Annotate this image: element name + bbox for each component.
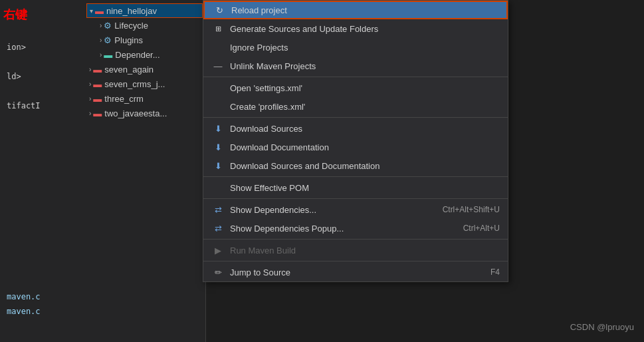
maven-icon: ▬: [93, 79, 102, 89]
gear-icon: ⚙: [104, 21, 112, 31]
code-line-2: [7, 55, 80, 69]
tree-item-label: Depender...: [115, 50, 160, 60]
tree-item-plugins[interactable]: › ⚙ Plugins: [86, 33, 203, 47]
menu-label-download-sources: Download Sources: [230, 124, 500, 134]
menu-item-show-deps[interactable]: ⇄ Show Dependencies... Ctrl+Alt+Shift+U: [203, 200, 508, 219]
tree-arrow: ›: [100, 22, 102, 29]
download-icon: ⬇: [211, 124, 225, 134]
separator-2: [203, 117, 508, 118]
separator-5: [203, 239, 508, 240]
tree-arrow: ›: [100, 37, 102, 44]
run-icon: ▶: [211, 246, 225, 256]
menu-item-reload[interactable]: ↻ Reload project: [203, 1, 508, 19]
menu-label-open-settings: Open 'settings.xml': [230, 83, 500, 93]
gear-icon: ⚙: [104, 35, 112, 45]
menu-label-generate: Generate Sources and Update Folders: [230, 24, 500, 34]
menu-item-download-both[interactable]: ⬇ Download Sources and Documentation: [203, 156, 508, 175]
shortcut-show-deps: Ctrl+Alt+Shift+U: [443, 205, 500, 214]
code-editor-left: ion> ld> tifactI: [0, 37, 86, 116]
code-editor-bottom: maven.c maven.c: [0, 286, 133, 322]
bottom-code-line-1: maven.c: [7, 289, 126, 304]
menu-item-show-deps-popup[interactable]: ⇄ Show Dependencies Popup... Ctrl+Alt+U: [203, 219, 508, 238]
maven-icon: ▬: [93, 108, 102, 118]
maven-icon: ▬: [93, 65, 102, 75]
menu-item-download-sources[interactable]: ⬇ Download Sources: [203, 119, 508, 138]
deps-icon: ⇄: [211, 205, 225, 215]
shortcut-show-deps-popup: Ctrl+Alt+U: [463, 224, 500, 233]
menu-item-ignore[interactable]: Ignore Projects: [203, 38, 508, 57]
watermark: CSDN @lpruoyu: [570, 322, 634, 332]
jump-icon: ✏: [211, 267, 225, 277]
code-line-3: ld>: [7, 69, 80, 84]
tree-item-seven-again[interactable]: › ▬ seven_again: [86, 62, 203, 77]
menu-label-download-both: Download Sources and Documentation: [230, 161, 500, 171]
bottom-code-line-2: maven.c: [7, 304, 126, 319]
code-line-4: [7, 84, 80, 98]
download-both-icon: ⬇: [211, 161, 225, 171]
reload-icon: ↻: [213, 5, 226, 15]
tree-item-label: seven_again: [104, 65, 154, 75]
menu-item-create-profiles[interactable]: Create 'profiles.xml': [203, 97, 508, 116]
menu-label-ignore: Ignore Projects: [230, 43, 500, 53]
separator-1: [203, 77, 508, 77]
tree-arrow: ›: [100, 51, 102, 59]
tree-item-label: three_crm: [104, 94, 144, 104]
maven-icon: ▬: [93, 94, 102, 104]
tree-item-label: Plugins: [114, 35, 143, 45]
rightclick-label: 右键: [3, 7, 27, 23]
menu-label-jump-source: Jump to Source: [230, 267, 477, 277]
code-line-1: ion>: [7, 40, 80, 55]
tree-item-label: seven_crms_j...: [104, 79, 165, 89]
tree-item-dependencies[interactable]: › ▬ Depender...: [86, 47, 203, 62]
separator-3: [203, 176, 508, 177]
menu-label-reload: Reload project: [231, 5, 498, 15]
menu-item-open-settings[interactable]: Open 'settings.xml': [203, 79, 508, 97]
deps-popup-icon: ⇄: [211, 224, 225, 234]
menu-item-effective-pom[interactable]: Show Effective POM: [203, 178, 508, 197]
generate-icon: ⊞: [211, 25, 225, 33]
menu-item-download-docs[interactable]: ⬇ Download Documentation: [203, 138, 508, 156]
menu-item-generate[interactable]: ⊞ Generate Sources and Update Folders: [203, 19, 508, 38]
menu-item-unlink[interactable]: — Unlink Maven Projects: [203, 57, 508, 75]
download-docs-icon: ⬇: [211, 142, 225, 152]
tree-arrow: ›: [89, 95, 91, 102]
tree-arrow: ›: [89, 110, 91, 117]
context-menu: ↻ Reload project ⊞ Generate Sources and …: [203, 0, 508, 282]
tree-item-label: two_javaeesta...: [104, 108, 167, 118]
deps-icon: ▬: [104, 50, 112, 60]
maven-icon: ▬: [95, 6, 104, 16]
tree-item-nine-hellojav[interactable]: ▾ ▬ nine_hellojav: [86, 3, 203, 18]
project-tree: ▾ ▬ nine_hellojav › ⚙ Lifecycle › ⚙ Plug…: [86, 3, 203, 120]
menu-item-run-maven: ▶ Run Maven Build: [203, 241, 508, 259]
tree-item-label: Lifecycle: [114, 21, 148, 31]
menu-label-show-deps-popup: Show Dependencies Popup...: [230, 224, 450, 234]
tree-item-three-crm[interactable]: › ▬ three_crm: [86, 91, 203, 106]
menu-label-run-maven: Run Maven Build: [230, 246, 500, 256]
menu-item-jump-source[interactable]: ✏ Jump to Source F4: [203, 263, 508, 281]
dash-icon: —: [211, 61, 225, 71]
tree-arrow: ▾: [90, 7, 93, 15]
tree-arrow: ›: [89, 81, 91, 88]
menu-label-unlink: Unlink Maven Projects: [230, 61, 500, 71]
tree-item-label: nine_hellojav: [106, 6, 157, 16]
code-line-5: tifactI: [7, 98, 80, 113]
tree-item-seven-crms[interactable]: › ▬ seven_crms_j...: [86, 77, 203, 91]
tree-item-lifecycle[interactable]: › ⚙ Lifecycle: [86, 18, 203, 33]
menu-label-effective-pom: Show Effective POM: [230, 183, 500, 193]
separator-6: [203, 261, 508, 261]
tree-item-two-javaee[interactable]: › ▬ two_javaeesta...: [86, 106, 203, 120]
menu-label-download-docs: Download Documentation: [230, 142, 500, 152]
menu-label-show-deps: Show Dependencies...: [230, 205, 429, 215]
tree-arrow: ›: [89, 66, 91, 73]
separator-4: [203, 198, 508, 199]
shortcut-jump-source: F4: [490, 267, 500, 277]
menu-label-create-profiles: Create 'profiles.xml': [230, 102, 500, 112]
